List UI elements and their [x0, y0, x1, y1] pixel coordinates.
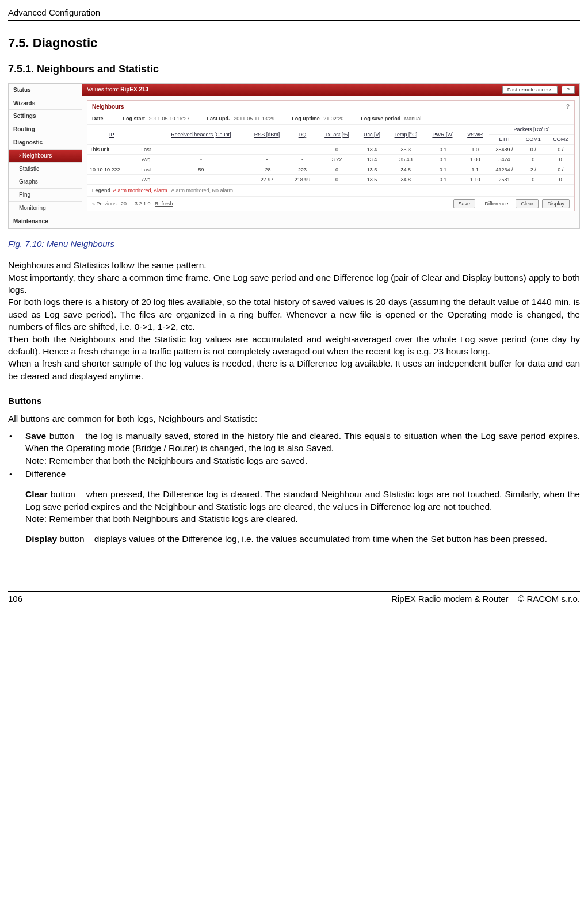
refresh-link[interactable]: Refresh [155, 201, 173, 207]
table-cell: 38489 / [489, 144, 520, 154]
save-term: Save [25, 431, 46, 441]
table-row: Avg---3.2213.435.430.11.00547400 [87, 155, 574, 165]
table-cell: 1.0 [461, 144, 489, 154]
fast-remote-access-button[interactable]: Fast remote access [502, 86, 558, 94]
display-button[interactable]: Display [542, 199, 570, 208]
table-cell: 1.00 [461, 155, 489, 165]
table-cell: 0 [520, 155, 547, 165]
body-text: Neighbours and Statistics follow the sam… [8, 259, 580, 382]
section-heading: 7.5. Diagnostic [8, 35, 580, 52]
sidebar-item-maintenance[interactable]: Maintenance [9, 215, 82, 228]
save-desc: button – the log is manually saved, stor… [25, 431, 580, 453]
paragraph: When a fresh and shorter sample of the l… [8, 357, 580, 382]
col-temp[interactable]: Temp [°C] [387, 125, 425, 144]
table-cell: - [156, 174, 246, 184]
sidebar-item-statistic[interactable]: Statistic [9, 163, 82, 176]
sidebar-item-routing[interactable]: Routing [9, 123, 82, 136]
col-rss[interactable]: RSS [dBm] [246, 125, 288, 144]
col-dq[interactable]: DQ [288, 125, 317, 144]
table-cell: 10.10.10.222 [87, 165, 136, 174]
sidebar-item-ping[interactable]: Ping [9, 189, 82, 202]
save-note: Note: Remember that both the Neighbours … [25, 456, 307, 465]
col-com1[interactable]: COM1 [520, 135, 547, 144]
table-cell: Last [136, 165, 156, 174]
panel-footer-controls: « Previous 20 … 3 2 1 0 Refresh Save Dif… [87, 196, 574, 211]
table-cell: 0 [547, 174, 574, 184]
previous-link[interactable]: « Previous [92, 201, 117, 207]
table-cell: 1.1 [461, 165, 489, 174]
clear-term: Clear [25, 489, 48, 499]
list-item: Difference Clear button – when pressed, … [8, 468, 580, 545]
figure-caption: Fig. 7.10: Menu Neighbours [8, 238, 580, 250]
table-cell: 35.3 [387, 144, 425, 154]
table-cell: 27.97 [246, 174, 288, 184]
table-cell: 1.10 [461, 174, 489, 184]
display-desc: button – displays values of the Differen… [57, 534, 547, 544]
table-row: Avg-27.97218.99013.534.80.11.10258100 [87, 174, 574, 184]
table-cell: 34.8 [387, 165, 425, 174]
clear-desc: button – when pressed, the Difference lo… [25, 489, 580, 511]
legend-alarm-monitored-alarm: Alarm monitored, Alarm [113, 188, 167, 193]
buttons-subheading: Buttons [8, 395, 580, 407]
neighbours-table: IP Received headers [Count] RSS [dBm] DQ… [87, 125, 574, 185]
page-header: Advanced Configuration [8, 7, 580, 21]
table-cell: 13.5 [357, 174, 387, 184]
col-packets-group: Packets [Rx/Tx] [489, 125, 574, 135]
sidebar: Status Wizards Settings Routing Diagnost… [9, 84, 82, 228]
buttons-intro: All buttons are common for both logs, Ne… [8, 413, 580, 425]
list-item: Save button – the log is manually saved,… [8, 430, 580, 467]
sidebar-item-settings[interactable]: Settings [9, 110, 82, 123]
col-txlost[interactable]: TxLost [%] [316, 125, 357, 144]
sidebar-item-neighbours[interactable]: › Neighbours [9, 150, 82, 163]
last-upd-label: Last upd. [207, 116, 230, 121]
table-cell: 0 [547, 155, 574, 165]
col-pwr[interactable]: PWR [W] [425, 125, 461, 144]
sidebar-item-wizards[interactable]: Wizards [9, 97, 82, 110]
table-cell: This unit [87, 144, 136, 154]
table-cell: 0 [520, 174, 547, 184]
log-save-period-value[interactable]: Manual [404, 116, 422, 121]
save-button[interactable]: Save [453, 199, 476, 208]
col-ip[interactable]: IP [87, 125, 136, 144]
table-cell: 2 / [520, 165, 547, 174]
clear-button[interactable]: Clear [516, 199, 539, 208]
date-label: Date [92, 116, 104, 121]
sidebar-item-diagnostic[interactable]: Diagnostic [9, 136, 82, 150]
title-bar: Values from: RipEX 213 Fast remote acces… [82, 84, 579, 96]
table-cell: Avg [136, 155, 156, 165]
col-com2[interactable]: COM2 [547, 135, 574, 144]
table-cell: - [288, 144, 317, 154]
sidebar-item-graphs[interactable]: Graphs [9, 175, 82, 189]
table-cell: 2581 [489, 174, 520, 184]
sidebar-item-label: Neighbours [22, 152, 52, 159]
table-cell: 3.22 [316, 155, 357, 165]
table-cell: 0 / [547, 144, 574, 154]
clear-note: Note: Remember that both Neighbours and … [25, 514, 298, 524]
device-name: RipEX 213 [120, 86, 148, 93]
legend-alarm-monitored-no-alarm: Alarm monitored, No alarm [171, 188, 234, 193]
log-uptime-label: Log uptime [292, 116, 320, 121]
sidebar-item-status[interactable]: Status [9, 84, 82, 97]
log-save-period-label: Log save period [361, 116, 400, 121]
table-cell: 13.5 [357, 165, 387, 174]
paragraph: Then both the Neighbours and the Statist… [8, 333, 580, 358]
table-cell: 0 [316, 174, 357, 184]
page-numbers[interactable]: 20 … 3 2 1 0 [121, 201, 151, 207]
table-cell: - [156, 155, 246, 165]
help-button[interactable]: ? [562, 86, 575, 94]
display-term: Display [25, 534, 57, 544]
table-cell: 218.99 [288, 174, 317, 184]
col-eth[interactable]: ETH [489, 135, 520, 144]
table-cell: 0 [316, 165, 357, 174]
table-cell [87, 174, 136, 184]
table-cell: 0.1 [425, 165, 461, 174]
col-ucc[interactable]: Ucc [V] [357, 125, 387, 144]
table-cell: 5474 [489, 155, 520, 165]
table-cell: 0 / [520, 144, 547, 154]
panel-help-icon[interactable]: ? [566, 103, 570, 111]
footer-page-number: 106 [8, 593, 22, 605]
col-vswr[interactable]: VSWR [461, 125, 489, 144]
col-received-headers[interactable]: Received headers [Count] [156, 125, 246, 144]
log-meta-bar: Date Log start 2011-05-10 16:27 Last upd… [87, 113, 574, 124]
sidebar-item-monitoring[interactable]: Monitoring [9, 202, 82, 215]
